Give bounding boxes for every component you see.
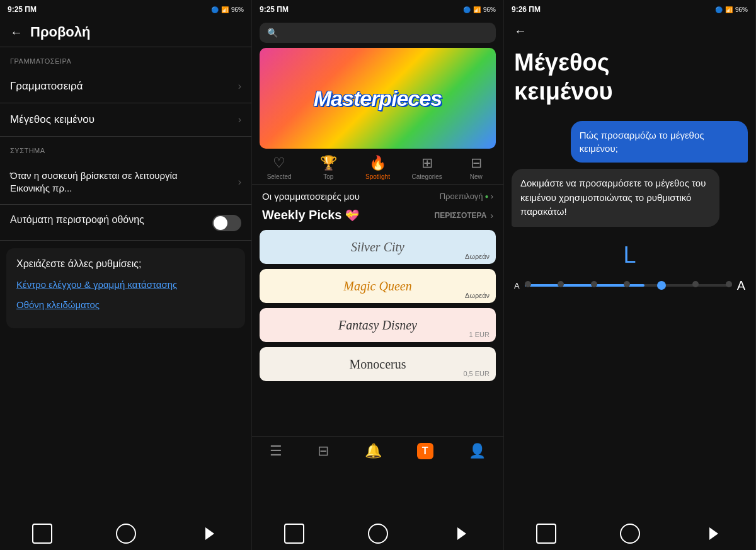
back-triangle-button-2[interactable] xyxy=(452,524,472,544)
chevron-icon-3: › xyxy=(238,176,241,188)
weekly-emoji: 💝 xyxy=(345,209,359,222)
panel3-header: ← xyxy=(504,18,755,42)
status-bar-1: 9:25 ΠΜ 🔵 📶 96% xyxy=(0,0,251,18)
my-fonts-action[interactable]: Προεπιλογή ● › xyxy=(440,192,493,201)
bluetooth-icon-3: 🔵 xyxy=(715,6,723,13)
tab-icon-list[interactable]: ☰ xyxy=(270,443,282,459)
search-bar[interactable]: 🔍 xyxy=(260,23,496,43)
action-label: Προεπιλογή xyxy=(440,192,483,201)
auto-rotate-label: Αυτόματη περιστροφή οθόνης xyxy=(10,214,205,227)
home-button[interactable] xyxy=(32,524,52,544)
banner-image: Masterpieces xyxy=(260,48,496,149)
nav-bar-1 xyxy=(0,517,251,550)
font-label: Γραμματοσειρά xyxy=(10,80,83,93)
help-link-lock-screen[interactable]: Οθόνη κλειδώματος xyxy=(16,299,235,311)
menu-item-font-size[interactable]: Μέγεθος κειμένου › xyxy=(0,103,251,136)
tab-new[interactable]: ⊟ New xyxy=(460,155,493,180)
font-size-label: Μέγεθος κειμένου xyxy=(10,113,94,126)
back-button-3[interactable]: ← xyxy=(514,24,527,38)
tab-icon-gallery[interactable]: ⊟ xyxy=(318,443,329,459)
font-price-mono: 0,5 EUR xyxy=(463,370,490,377)
slider-dot-3 xyxy=(591,281,597,287)
panel-font-size: 9:26 ΠΜ 🔵 📶 96% ← Μέγεθος κειμένου Πώς π… xyxy=(504,0,756,550)
my-fonts-title: Οι γραμματοσειρές μου xyxy=(262,191,360,202)
top-icon: 🏆 xyxy=(320,155,337,171)
font-card-magic-queen[interactable]: Magic Queen Δωρεάν xyxy=(260,269,496,303)
font-name-silver: Silver City xyxy=(351,240,404,255)
back-circle-button[interactable] xyxy=(116,524,136,544)
search-icon: 🔍 xyxy=(267,28,278,38)
help-link-control-center[interactable]: Κέντρο ελέγχου & γραμμή κατάστασης xyxy=(16,278,235,291)
back-triangle-button-3[interactable] xyxy=(704,524,724,544)
page-title: Προβολή xyxy=(30,24,90,40)
status-bar-3: 9:26 ΠΜ 🔵 📶 96% xyxy=(504,0,755,18)
status-time-1: 9:25 ΠΜ xyxy=(8,5,37,14)
my-fonts-row: Οι γραμματοσειρές μου Προεπιλογή ● › xyxy=(252,185,503,205)
slider-max-label: A xyxy=(737,278,745,293)
category-tabs: ♡ Selected 🏆 Top 🔥 Spotlight ⊞ Categorie… xyxy=(252,149,503,185)
back-circle-button-3[interactable] xyxy=(620,524,640,544)
user-message-bubble: Πώς προσαρμόζω το μέγεθος κειμένου; xyxy=(571,121,748,163)
menu-item-virtual-mode[interactable]: Όταν η συσκευή βρίσκεται σε λειτουργία Ε… xyxy=(0,159,251,204)
status-icons-3: 🔵 📶 96% xyxy=(715,6,748,13)
font-name-mono: Monocerus xyxy=(350,357,406,372)
tab-spotlight-label: Spotlight xyxy=(365,173,390,180)
slider-dot-6 xyxy=(692,281,699,287)
spotlight-icon: 🔥 xyxy=(369,155,386,171)
slider-track[interactable] xyxy=(525,284,732,287)
tab-selected-label: Selected xyxy=(267,173,292,180)
font-card-silver-city[interactable]: Silver City Δωρεάν xyxy=(260,230,496,264)
tab-selected[interactable]: ♡ Selected xyxy=(263,155,295,180)
nav-bar-2 xyxy=(252,517,503,550)
panel1-header: ← Προβολή xyxy=(0,18,251,47)
help-title: Χρειάζεστε άλλες ρυθμίσεις; xyxy=(16,258,235,270)
home-button-3[interactable] xyxy=(536,524,556,544)
menu-item-font[interactable]: Γραμματοσειρά › xyxy=(0,70,251,103)
font-price-fantasy: 1 EUR xyxy=(469,331,490,338)
tab-top[interactable]: 🏆 Top xyxy=(312,155,345,180)
font-card-fantasy-disney[interactable]: Fantasy Disney 1 EUR xyxy=(260,308,496,342)
more-action[interactable]: ΠΕΡΙΣΣΟΤΕΡΑ xyxy=(363,211,486,220)
font-card-monocerus[interactable]: Monocerus 0,5 EUR xyxy=(260,347,496,381)
tab-categories[interactable]: ⊞ Categories xyxy=(411,155,444,180)
panel-display-settings: 9:25 ΠΜ 🔵 📶 96% ← Προβολή ΓΡΑΜΜΑΤΟΣΕΙΡΑ … xyxy=(0,0,252,550)
tab-spotlight[interactable]: 🔥 Spotlight xyxy=(361,155,394,180)
tab-new-label: New xyxy=(470,173,483,180)
tab-icon-fonts-active[interactable]: T xyxy=(417,443,433,459)
nav-bar-3 xyxy=(504,517,755,550)
status-icons-2: 🔵 📶 96% xyxy=(463,6,496,13)
slider-dots xyxy=(525,281,732,290)
auto-rotate-row: Αυτόματη περιστροφή οθόνης xyxy=(0,205,251,240)
font-price-silver: Δωρεάν xyxy=(465,253,490,260)
user-message-text: Πώς προσαρμόζω το μέγεθος κειμένου; xyxy=(580,130,704,154)
battery-icon: 96% xyxy=(231,6,244,13)
home-button-2[interactable] xyxy=(284,524,304,544)
battery-icon-3: 96% xyxy=(735,6,748,13)
weekly-title: Weekly Picks xyxy=(262,208,341,222)
back-circle-button-2[interactable] xyxy=(368,524,388,544)
auto-rotate-toggle[interactable] xyxy=(212,215,241,231)
back-triangle-button[interactable] xyxy=(200,524,220,544)
new-icon: ⊟ xyxy=(471,155,482,171)
tab-icon-profile[interactable]: 👤 xyxy=(469,443,486,459)
chat-container: Πώς προσαρμόζω το μέγεθος κειμένου; Δοκι… xyxy=(504,116,755,232)
heart-icon: ♡ xyxy=(273,155,285,171)
banner-title: Masterpieces xyxy=(314,86,442,111)
status-icons-1: 🔵 📶 96% xyxy=(211,6,244,13)
size-letter-display: L xyxy=(623,242,636,268)
font-section-label: ΓΡΑΜΜΑΤΟΣΕΙΡΑ xyxy=(0,47,251,70)
back-button[interactable]: ← xyxy=(10,25,23,40)
more-chevron: › xyxy=(490,210,493,221)
tab-categories-label: Categories xyxy=(411,173,442,180)
slider-min-label: A xyxy=(514,281,520,290)
font-size-page-title: Μέγεθος κειμένου xyxy=(504,42,755,116)
font-name-fantasy: Fantasy Disney xyxy=(338,318,417,333)
system-section-label: ΣΥΣΤΗΜΑ xyxy=(0,137,251,159)
font-name-magic: Magic Queen xyxy=(343,279,411,294)
slider-dot-5-active xyxy=(657,281,666,290)
bluetooth-icon-2: 🔵 xyxy=(463,6,471,13)
slider-dot-7 xyxy=(726,281,732,287)
tab-icon-notifications[interactable]: 🔔 xyxy=(365,443,382,459)
bot-message-bubble: Δοκιμάστε να προσαρμόσετε το μέγεθος του… xyxy=(512,169,719,227)
chevron-icon: › xyxy=(238,81,241,92)
